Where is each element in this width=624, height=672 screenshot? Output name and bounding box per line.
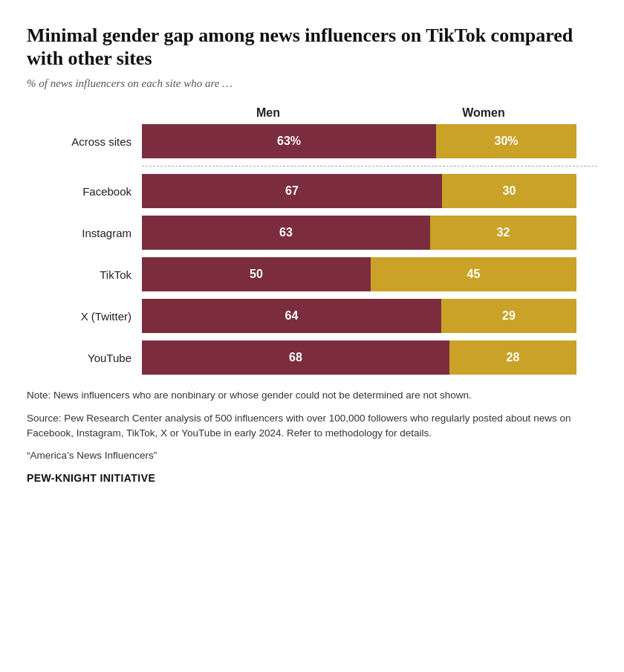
bar-container: 50 45 xyxy=(142,257,597,291)
chart-title: Minimal gender gap among news influencer… xyxy=(27,24,597,70)
bar-row: YouTube 68 28 xyxy=(27,340,597,375)
women-bar: 29 xyxy=(441,299,576,333)
women-bar: 30% xyxy=(436,124,576,158)
chart-subtitle: % of news influencers on each site who a… xyxy=(27,77,597,90)
quote-text: “America’s News Influencers” xyxy=(27,448,597,463)
bars-container: Across sites 63% 30% Facebook 67 30 In xyxy=(27,124,597,375)
divider xyxy=(142,166,597,167)
branding-label: PEW-KNIGHT INITIATIVE xyxy=(27,472,597,484)
men-bar: 63% xyxy=(142,124,436,158)
column-headers: Men Women xyxy=(142,106,597,120)
bar-label: Facebook xyxy=(27,185,142,198)
bar-row: TikTok 50 45 xyxy=(27,257,597,291)
bar-label: Across sites xyxy=(27,135,142,148)
women-column-header: Women xyxy=(394,106,573,120)
women-bar: 30 xyxy=(442,174,576,208)
bar-label: TikTok xyxy=(27,268,142,281)
men-bar: 67 xyxy=(142,174,442,208)
women-bar: 28 xyxy=(449,340,576,375)
bar-container: 64 29 xyxy=(142,299,597,333)
men-bar: 50 xyxy=(142,257,371,291)
bar-label: X (Twitter) xyxy=(27,310,142,323)
bar-label: Instagram xyxy=(27,227,142,239)
bar-label: YouTube xyxy=(27,352,142,364)
men-column-header: Men xyxy=(142,106,394,120)
chart-area: Men Women Across sites 63% 30% Facebook … xyxy=(27,106,597,375)
men-bar: 68 xyxy=(142,340,449,375)
source-text: Source: Pew Research Center analysis of … xyxy=(27,411,597,442)
bar-row: Instagram 63 32 xyxy=(27,216,597,250)
bar-row: X (Twitter) 64 29 xyxy=(27,299,597,333)
bar-row: Facebook 67 30 xyxy=(27,174,597,208)
bar-row: Across sites 63% 30% xyxy=(27,124,597,158)
bar-container: 68 28 xyxy=(142,340,597,375)
bar-container: 63% 30% xyxy=(142,124,597,158)
men-bar: 64 xyxy=(142,299,441,333)
bar-container: 63 32 xyxy=(142,216,597,250)
note-text: Note: News influencers who are nonbinary… xyxy=(27,388,597,403)
men-bar: 63 xyxy=(142,216,430,250)
women-bar: 32 xyxy=(430,216,576,250)
women-bar: 45 xyxy=(371,257,576,291)
bar-container: 67 30 xyxy=(142,174,597,208)
